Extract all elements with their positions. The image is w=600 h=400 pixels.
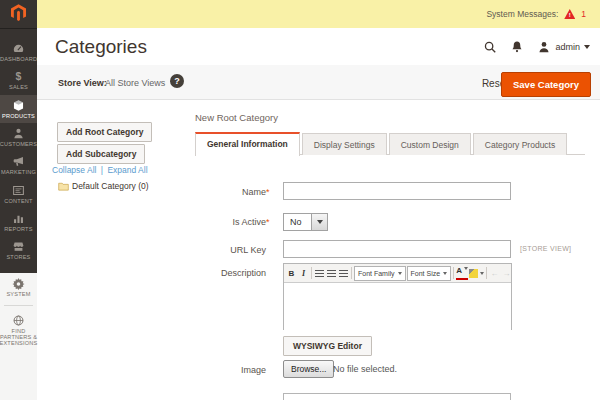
toolbar-separator — [453, 267, 454, 279]
sidebar-divider — [4, 305, 33, 306]
description-textarea[interactable] — [284, 283, 511, 330]
font-size-label: Font Size — [411, 270, 441, 277]
sidebar-item-products[interactable]: PRODUCTS — [0, 95, 37, 123]
dashboard-icon — [12, 42, 25, 55]
chevron-down-icon — [584, 45, 590, 49]
tab-general-information[interactable]: General Information — [195, 132, 300, 156]
sidebar-item-system[interactable]: SYSTEM — [0, 273, 37, 301]
help-icon[interactable]: ? — [170, 74, 184, 88]
tab-category-products[interactable]: Category Products — [473, 133, 567, 155]
italic-icon[interactable]: I — [298, 267, 309, 280]
align-left-icon[interactable] — [314, 267, 325, 280]
chevron-down-icon — [398, 272, 402, 275]
sidebar-menu: DASHBOARD$SALESPRODUCTSCUSTOMERSMARKETIN… — [0, 38, 37, 264]
sidebar-item-find-partners[interactable]: FIND PARTNERS & EXTENSIONS — [0, 310, 37, 350]
undo-icon: ← — [489, 267, 500, 280]
font-size-dropdown[interactable]: Font Size — [407, 266, 452, 281]
page-header: Categories admin — [37, 28, 600, 65]
toolbar-separator — [311, 267, 312, 279]
font-family-dropdown[interactable]: Font Family — [354, 266, 406, 281]
sidebar-item-label: MARKETING — [1, 169, 36, 175]
required-marker: * — [266, 187, 270, 197]
chevron-down-icon — [480, 272, 484, 275]
marketing-icon — [12, 155, 25, 168]
sales-icon: $ — [12, 70, 25, 83]
description-label: Description — [150, 268, 266, 278]
store-view-value: All Store Views — [105, 78, 165, 88]
browse-button[interactable]: Browse... — [283, 360, 334, 378]
sidebar-secondary-menu: SYSTEMFIND PARTNERS & EXTENSIONS — [0, 273, 37, 351]
text-color-icon[interactable]: A — [456, 267, 468, 280]
sidebar-item-label: DASHBOARD — [0, 56, 37, 62]
tree-item-label: Default Category (0) — [72, 181, 149, 191]
expand-all-link[interactable]: Expand All — [107, 165, 147, 175]
sidebar-item-marketing[interactable]: MARKETING — [0, 151, 37, 179]
name-input[interactable] — [283, 182, 511, 200]
sidebar-item-label: CONTENT — [4, 198, 32, 204]
is-active-select[interactable]: No — [283, 213, 328, 231]
required-marker: * — [266, 217, 270, 227]
header-actions: admin — [483, 28, 590, 65]
admin-username: admin — [555, 42, 580, 52]
next-field-input-partial[interactable] — [283, 393, 511, 400]
folder-icon — [58, 177, 69, 195]
magento-logo[interactable] — [0, 0, 37, 29]
highlight-color-icon — [469, 269, 478, 278]
svg-text:$: $ — [16, 71, 22, 83]
sidebar-dark-section: DASHBOARD$SALESPRODUCTSCUSTOMERSMARKETIN… — [0, 0, 37, 273]
category-tree-item[interactable]: Default Category (0) — [58, 177, 149, 195]
align-right-icon — [339, 270, 348, 277]
description-editor: BIFont FamilyFont SizeA←→— — [283, 263, 512, 330]
products-icon — [12, 99, 25, 112]
sidebar-item-label: CUSTOMERS — [0, 141, 37, 147]
magento-logo-icon — [9, 3, 28, 26]
highlight-color-icon[interactable] — [469, 267, 484, 280]
align-center-icon — [327, 270, 336, 277]
store-view-selector[interactable]: All Store Views — [105, 78, 176, 88]
save-category-button[interactable]: Save Category — [501, 72, 591, 97]
chevron-down-icon — [464, 267, 468, 270]
system-icon — [12, 277, 25, 290]
bold-icon[interactable]: B — [286, 267, 297, 280]
sidebar-item-dashboard[interactable]: DASHBOARD — [0, 38, 37, 66]
sidebar-item-reports[interactable]: REPORTS — [0, 208, 37, 236]
tab-custom-design[interactable]: Custom Design — [389, 133, 471, 155]
is-active-value: No — [284, 214, 311, 230]
font-family-label: Font Family — [358, 270, 395, 277]
system-messages-count: 1 — [581, 9, 586, 19]
toolbar-separator — [351, 267, 352, 279]
sidebar-item-label: SALES — [9, 84, 28, 90]
collapse-all-link[interactable]: Collapse All — [52, 165, 96, 175]
align-left-icon — [315, 270, 324, 277]
add-subcategory-button[interactable]: Add Subcategory — [57, 144, 145, 164]
admin-menu[interactable]: admin — [537, 40, 590, 54]
tab-display-settings[interactable]: Display Settings — [302, 133, 387, 155]
sidebar-item-sales[interactable]: $SALES — [0, 66, 37, 94]
magento-admin-page: DASHBOARD$SALESPRODUCTSCUSTOMERSMARKETIN… — [0, 0, 600, 400]
add-root-category-button[interactable]: Add Root Category — [57, 122, 152, 142]
sidebar-item-label: REPORTS — [4, 226, 32, 232]
stores-icon — [12, 240, 25, 253]
search-icon[interactable] — [483, 40, 497, 54]
tab-bar: General InformationDisplay SettingsCusto… — [195, 132, 585, 155]
customers-icon — [12, 127, 25, 140]
content-icon — [12, 184, 25, 197]
wysiwyg-editor-button[interactable]: WYSIWYG Editor — [283, 336, 372, 356]
chevron-down-icon — [443, 272, 447, 275]
sidebar-item-label: FIND PARTNERS & EXTENSIONS — [0, 328, 38, 346]
url-key-input[interactable] — [283, 240, 511, 258]
chevron-down-icon — [317, 220, 323, 224]
sidebar-item-stores[interactable]: STORES — [0, 236, 37, 264]
links-separator: | — [101, 165, 103, 175]
bell-icon[interactable] — [510, 40, 524, 54]
align-right-icon[interactable] — [338, 267, 349, 280]
toolbar-separator — [486, 267, 487, 279]
store-view-label: Store View: — [58, 78, 107, 88]
redo-icon: → — [501, 267, 511, 280]
system-messages-bar[interactable]: System Messages: ! 1 — [37, 0, 600, 28]
sidebar-item-customers[interactable]: CUSTOMERS — [0, 123, 37, 151]
select-arrow-button[interactable] — [311, 214, 327, 230]
align-center-icon[interactable] — [326, 267, 337, 280]
store-view-toolbar: Store View: All Store Views ? Reset Save… — [37, 65, 600, 100]
sidebar-item-content[interactable]: CONTENT — [0, 179, 37, 207]
